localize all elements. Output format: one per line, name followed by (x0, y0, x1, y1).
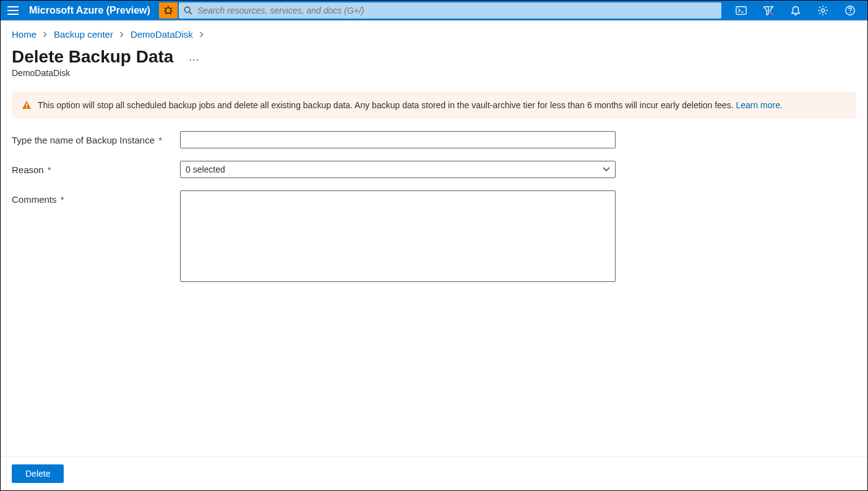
comments-label: Comments * (12, 190, 180, 205)
svg-rect-0 (7, 6, 19, 7)
search-icon (184, 6, 192, 15)
svg-point-15 (821, 9, 824, 12)
svg-line-8 (171, 11, 172, 12)
svg-line-12 (189, 12, 192, 14)
reason-label-text: Reason (12, 164, 44, 175)
cloud-shell-button[interactable] (728, 1, 755, 20)
breadcrumb: Home Backup center DemoDataDisk (1, 20, 867, 43)
svg-rect-13 (736, 7, 746, 15)
warning-text: This option will stop all scheduled back… (38, 100, 736, 110)
top-bar: Microsoft Azure (Preview) (1, 1, 867, 20)
name-label: Type the name of Backup Instance * (12, 131, 180, 145)
svg-rect-1 (7, 10, 19, 11)
footer: Delete (1, 456, 867, 490)
name-label-text: Type the name of Backup Instance (12, 135, 155, 145)
svg-line-9 (165, 13, 166, 14)
bug-icon (163, 5, 174, 16)
bell-icon (790, 5, 801, 16)
reason-selected-text: 0 selected (186, 164, 225, 174)
hamburger-menu[interactable] (1, 1, 25, 20)
breadcrumb-demodatadisk[interactable]: DemoDataDisk (131, 29, 193, 40)
preview-badge[interactable] (159, 2, 178, 19)
help-icon (844, 5, 856, 16)
title-more-button[interactable]: … (188, 51, 200, 64)
svg-point-17 (849, 12, 851, 14)
hamburger-icon (7, 6, 19, 15)
warning-text-wrap: This option will stop all scheduled back… (38, 100, 783, 110)
chevron-right-icon (119, 29, 124, 40)
svg-point-11 (184, 7, 190, 12)
brand-title[interactable]: Microsoft Azure (Preview) (25, 5, 159, 16)
svg-point-3 (165, 8, 171, 14)
help-button[interactable] (836, 1, 864, 20)
cloud-shell-icon (736, 5, 747, 16)
chevron-right-icon (199, 29, 204, 40)
search-input[interactable] (197, 6, 716, 15)
reason-label: Reason * (12, 161, 180, 175)
comments-textarea[interactable] (180, 190, 616, 282)
page-subtitle: DemoDataDisk (1, 67, 867, 87)
filter-icon (763, 5, 774, 16)
form-area: Type the name of Backup Instance * Reaso… (1, 131, 867, 284)
comments-label-text: Comments (12, 194, 57, 205)
svg-rect-20 (26, 107, 27, 108)
svg-line-10 (170, 13, 171, 14)
chevron-down-icon (603, 167, 610, 172)
delete-button[interactable]: Delete (12, 464, 64, 483)
settings-button[interactable] (809, 1, 836, 20)
notifications-button[interactable] (782, 1, 809, 20)
title-row: Delete Backup Data … (1, 43, 867, 67)
svg-rect-19 (26, 103, 27, 106)
form-row-name: Type the name of Backup Instance * (12, 131, 856, 148)
topbar-actions (728, 1, 867, 20)
warning-banner: This option will stop all scheduled back… (12, 92, 856, 119)
warning-learn-more-link[interactable]: Learn more. (736, 100, 782, 110)
chevron-right-icon (43, 29, 48, 40)
search-box[interactable] (179, 2, 721, 19)
svg-line-6 (171, 8, 172, 9)
svg-line-7 (164, 11, 165, 12)
required-asterisk: * (156, 135, 162, 145)
breadcrumb-backup-center[interactable]: Backup center (54, 29, 113, 40)
directory-filter-button[interactable] (755, 1, 782, 20)
required-asterisk: * (45, 164, 51, 175)
form-row-reason: Reason * 0 selected (12, 161, 856, 178)
svg-rect-2 (7, 14, 19, 15)
form-row-comments: Comments * (12, 190, 856, 284)
backup-instance-name-input[interactable] (180, 131, 616, 148)
gear-icon (817, 5, 828, 16)
page-title: Delete Backup Data (12, 47, 173, 67)
breadcrumb-home[interactable]: Home (12, 29, 37, 40)
required-asterisk: * (58, 194, 64, 205)
reason-select[interactable]: 0 selected (180, 161, 616, 178)
svg-line-5 (165, 8, 166, 9)
warning-icon (22, 100, 32, 110)
